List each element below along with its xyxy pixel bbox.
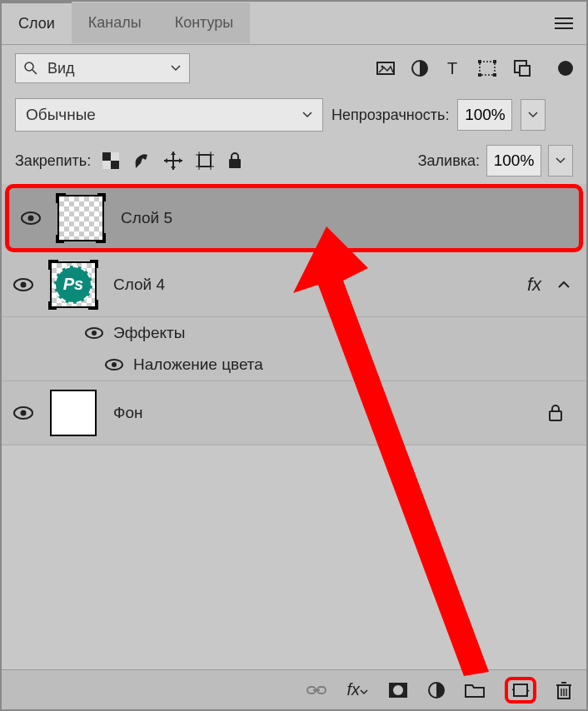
- svg-rect-45: [514, 684, 527, 696]
- effects-header[interactable]: Эффекты: [85, 317, 586, 349]
- tab-paths[interactable]: Контуры: [158, 2, 251, 43]
- layer-style-icon[interactable]: fx: [346, 680, 368, 699]
- link-layers-icon[interactable]: [306, 684, 326, 696]
- svg-rect-12: [478, 73, 481, 77]
- opacity-chevron-button[interactable]: [521, 99, 546, 131]
- svg-point-43: [393, 685, 403, 695]
- filter-shape-icon[interactable]: [478, 60, 496, 77]
- lock-label: Закрепить:: [15, 152, 91, 170]
- layer-thumbnail[interactable]: [57, 195, 104, 241]
- svg-rect-18: [111, 152, 119, 161]
- layer-name[interactable]: Слой 5: [121, 209, 172, 227]
- svg-rect-15: [520, 66, 530, 76]
- svg-rect-38: [550, 411, 561, 420]
- lock-artboard-icon[interactable]: [196, 152, 214, 170]
- fx-badge[interactable]: fx: [527, 274, 541, 296]
- svg-point-37: [21, 410, 27, 416]
- visibility-toggle-icon[interactable]: [13, 406, 33, 420]
- filter-type-select[interactable]: Вид: [15, 53, 190, 83]
- svg-rect-11: [493, 60, 496, 63]
- filter-toggle-icon[interactable]: [558, 61, 573, 76]
- svg-point-35: [112, 362, 117, 367]
- svg-rect-17: [111, 161, 119, 169]
- layers-list: Слой 5 Ps Слой 4 fx Эффекты Наложение цв…: [2, 184, 586, 445]
- layer-name[interactable]: Фон: [113, 404, 143, 422]
- adjustment-layer-icon[interactable]: [428, 682, 445, 699]
- tab-layers[interactable]: Слои: [2, 2, 72, 44]
- tab-channels[interactable]: Каналы: [72, 2, 158, 43]
- lock-row: Закрепить: Заливка: 100%: [2, 138, 586, 186]
- lock-position-icon[interactable]: [164, 152, 182, 170]
- svg-point-3: [25, 62, 33, 71]
- chevron-down-icon: [302, 112, 312, 118]
- visibility-toggle-icon[interactable]: [13, 278, 33, 291]
- lock-transparent-icon[interactable]: [102, 152, 119, 169]
- layer-row[interactable]: Фон: [2, 380, 586, 445]
- effect-name: Наложение цвета: [133, 356, 263, 374]
- svg-rect-16: [102, 152, 111, 161]
- fill-label: Заливка:: [418, 152, 480, 170]
- opacity-input[interactable]: 100%: [457, 99, 512, 131]
- panel-menu-icon[interactable]: [555, 17, 573, 30]
- svg-rect-27: [229, 159, 241, 168]
- filter-pixel-icon[interactable]: [376, 60, 395, 77]
- layer-name[interactable]: Слой 4: [113, 276, 165, 294]
- panel-tabs: Слои Каналы Контуры: [2, 2, 586, 45]
- delete-layer-icon[interactable]: [556, 681, 571, 699]
- chevron-down-icon: [171, 65, 181, 72]
- fill-chevron-button[interactable]: [548, 145, 573, 177]
- layer-effects-group: Эффекты Наложение цвета: [2, 317, 586, 380]
- new-layer-icon[interactable]: [505, 677, 536, 704]
- blend-mode-value: Обычные: [26, 106, 96, 124]
- filter-row: Вид T: [2, 45, 586, 92]
- svg-point-33: [92, 331, 97, 336]
- svg-rect-19: [102, 161, 111, 169]
- svg-rect-22: [199, 155, 211, 167]
- fill-input[interactable]: 100%: [486, 145, 541, 177]
- layers-bottom-bar: fx: [2, 669, 586, 709]
- visibility-toggle-icon[interactable]: [85, 327, 103, 339]
- group-icon[interactable]: [465, 683, 485, 698]
- svg-rect-10: [478, 60, 481, 63]
- lock-all-icon[interactable]: [227, 152, 242, 169]
- collapse-chevron-icon[interactable]: [558, 281, 570, 289]
- visibility-toggle-icon[interactable]: [21, 211, 41, 225]
- svg-rect-9: [480, 62, 495, 75]
- layer-thumbnail[interactable]: Ps: [50, 261, 97, 308]
- lock-image-icon[interactable]: [132, 152, 151, 170]
- layer-mask-icon[interactable]: [388, 682, 408, 699]
- layer-thumbnail[interactable]: [50, 390, 97, 436]
- layer-row[interactable]: Ps Слой 4 fx: [2, 252, 586, 317]
- svg-rect-13: [493, 73, 496, 77]
- blend-mode-row: Обычные Непрозрачность: 100%: [2, 92, 586, 138]
- svg-point-29: [28, 216, 34, 221]
- effects-title: Эффекты: [113, 324, 185, 342]
- filter-type-label: Вид: [47, 60, 75, 77]
- svg-point-31: [21, 281, 27, 287]
- filter-type-icon[interactable]: T: [445, 60, 461, 77]
- layer-row[interactable]: Слой 5: [5, 184, 583, 252]
- ps-icon: Ps: [54, 266, 92, 304]
- visibility-toggle-icon[interactable]: [105, 359, 123, 370]
- opacity-label: Непрозрачность:: [331, 107, 449, 124]
- filter-adjustment-icon[interactable]: [411, 60, 428, 77]
- filter-smartobject-icon[interactable]: [513, 59, 531, 77]
- svg-text:T: T: [447, 60, 457, 77]
- search-icon: [24, 62, 37, 75]
- lock-icon[interactable]: [548, 405, 563, 421]
- effect-item[interactable]: Наложение цвета: [85, 349, 586, 380]
- svg-line-4: [32, 70, 37, 74]
- blend-mode-select[interactable]: Обычные: [15, 98, 323, 132]
